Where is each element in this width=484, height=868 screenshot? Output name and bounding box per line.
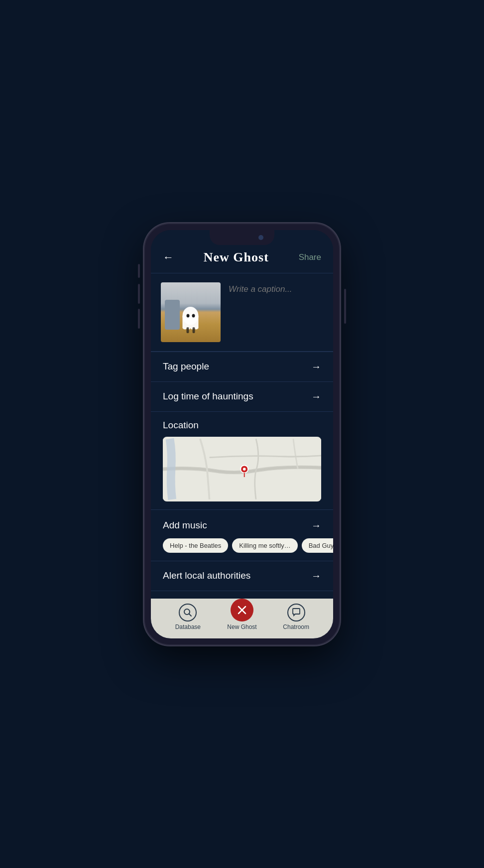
svg-point-2 (187, 314, 190, 317)
log-time-item[interactable]: Log time of hauntings → (151, 381, 333, 411)
chatroom-tab-label: Chatroom (283, 623, 309, 630)
tab-bar: Database New Ghost (151, 599, 333, 638)
music-pills-container: Help - the Beatles Killing me softly… Ba… (151, 536, 333, 561)
music-pill-badguy[interactable]: Bad Guy - Billi (302, 538, 333, 553)
music-pill-killing[interactable]: Killing me softly… (232, 538, 297, 553)
photo-caption-section (151, 273, 333, 351)
chat-svg-icon (291, 608, 301, 618)
music-arrow-icon: → (311, 520, 321, 531)
tab-new-ghost[interactable]: New Ghost (222, 604, 262, 630)
location-section: Location (151, 411, 333, 501)
caption-input[interactable] (229, 282, 333, 294)
map-svg (163, 437, 321, 501)
svg-rect-1 (183, 316, 199, 328)
search-icon (179, 604, 197, 621)
tag-people-item[interactable]: Tag people → (151, 352, 333, 381)
map-view[interactable] (163, 437, 321, 501)
chat-icon (287, 604, 305, 621)
alert-priest-item[interactable]: Alert local priest → (151, 591, 333, 599)
svg-point-3 (192, 314, 195, 317)
alert-authorities-arrow-icon: → (311, 570, 321, 582)
music-header[interactable]: Add music → (151, 512, 333, 536)
ghost-figure-icon (180, 305, 202, 335)
page-title: New Ghost (204, 250, 269, 265)
svg-rect-4 (187, 327, 189, 333)
new-ghost-icon (231, 599, 253, 621)
tab-chatroom[interactable]: Chatroom (276, 604, 316, 630)
svg-rect-5 (193, 327, 195, 333)
svg-point-8 (243, 468, 246, 471)
back-button[interactable]: ← (163, 251, 174, 264)
log-time-label: Log time of hauntings (163, 391, 253, 402)
search-svg-icon (183, 608, 193, 618)
chatroom-tab-icon (287, 604, 305, 621)
music-label: Add music (163, 520, 207, 531)
database-tab-icon (179, 604, 197, 621)
alert-authorities-item[interactable]: Alert local authorities → (151, 561, 333, 591)
content-scroll: Tag people → Log time of hauntings → Loc… (151, 273, 333, 599)
x-icon (236, 604, 248, 617)
svg-line-11 (189, 614, 192, 616)
alert-authorities-label: Alert local authorities (163, 570, 250, 581)
share-button[interactable]: Share (299, 252, 321, 262)
tag-people-label: Tag people (163, 361, 209, 372)
tag-people-arrow-icon: → (311, 361, 321, 372)
database-tab-label: Database (175, 623, 201, 630)
music-pill-beatles[interactable]: Help - the Beatles (163, 538, 228, 553)
location-label: Location (163, 420, 321, 431)
ghost-photo[interactable] (161, 282, 221, 342)
music-section: Add music → Help - the Beatles Killing m… (151, 509, 333, 561)
tab-database[interactable]: Database (168, 604, 208, 630)
log-time-arrow-icon: → (311, 391, 321, 402)
new-ghost-tab-label: New Ghost (227, 623, 256, 630)
